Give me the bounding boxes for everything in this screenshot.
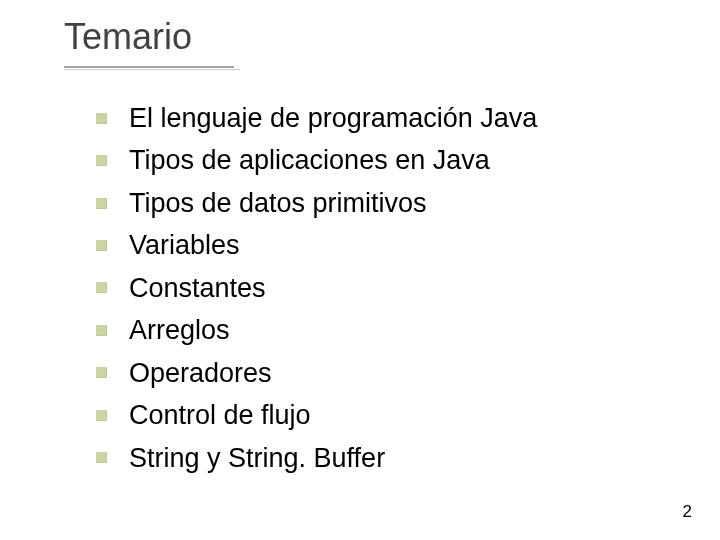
content-area: El lenguaje de programación Java Tipos d… bbox=[96, 100, 680, 482]
page-title: Temario bbox=[64, 16, 192, 62]
square-bullet-icon bbox=[96, 325, 107, 336]
square-bullet-icon bbox=[96, 198, 107, 209]
bullet-list: El lenguaje de programación Java Tipos d… bbox=[96, 100, 680, 476]
square-bullet-icon bbox=[96, 452, 107, 463]
title-underline bbox=[64, 66, 234, 68]
page-number: 2 bbox=[683, 502, 692, 522]
list-item-label: Tipos de datos primitivos bbox=[129, 185, 427, 221]
list-item: Tipos de aplicaciones en Java bbox=[96, 142, 680, 178]
square-bullet-icon bbox=[96, 113, 107, 124]
square-bullet-icon bbox=[96, 410, 107, 421]
list-item-label: Control de flujo bbox=[129, 397, 311, 433]
title-wrap: Temario bbox=[64, 16, 192, 62]
list-item: Control de flujo bbox=[96, 397, 680, 433]
list-item: Arreglos bbox=[96, 312, 680, 348]
square-bullet-icon bbox=[96, 282, 107, 293]
square-bullet-icon bbox=[96, 155, 107, 166]
list-item: Constantes bbox=[96, 270, 680, 306]
list-item-label: Arreglos bbox=[129, 312, 230, 348]
list-item-label: El lenguaje de programación Java bbox=[129, 100, 537, 136]
list-item: String y String. Buffer bbox=[96, 440, 680, 476]
title-underline-shadow bbox=[64, 69, 240, 70]
square-bullet-icon bbox=[96, 367, 107, 378]
square-bullet-icon bbox=[96, 240, 107, 251]
list-item-label: Tipos de aplicaciones en Java bbox=[129, 142, 490, 178]
list-item-label: Operadores bbox=[129, 355, 272, 391]
list-item: Tipos de datos primitivos bbox=[96, 185, 680, 221]
slide: Temario El lenguaje de programación Java… bbox=[0, 0, 720, 540]
list-item-label: Constantes bbox=[129, 270, 266, 306]
list-item: Operadores bbox=[96, 355, 680, 391]
list-item-label: Variables bbox=[129, 227, 240, 263]
list-item: El lenguaje de programación Java bbox=[96, 100, 680, 136]
list-item-label: String y String. Buffer bbox=[129, 440, 385, 476]
list-item: Variables bbox=[96, 227, 680, 263]
